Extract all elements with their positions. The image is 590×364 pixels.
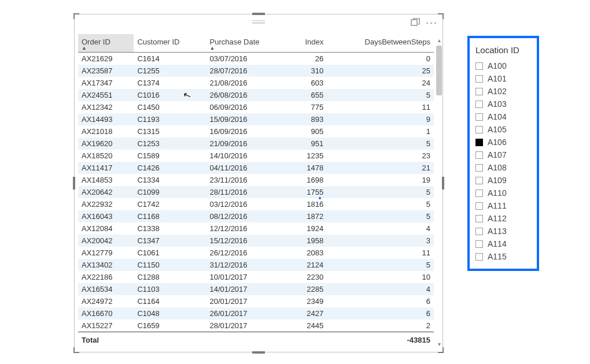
checkbox-icon[interactable] [475, 190, 483, 197]
total-label: Total [78, 332, 134, 348]
checkbox-icon[interactable] [475, 62, 483, 70]
slicer-item[interactable]: A102 [475, 85, 531, 98]
checkbox-icon[interactable] [475, 177, 483, 184]
checkbox-icon[interactable] [475, 253, 483, 261]
cell-date: 16/09/2016 [207, 125, 290, 138]
table-row[interactable]: AX22186C128810/01/2017223010 [78, 271, 434, 283]
checkbox-icon[interactable] [475, 215, 483, 222]
location-slicer[interactable]: Location ID A100A101A102A103A104A105A106… [467, 36, 539, 271]
resize-handle-tl[interactable] [73, 13, 79, 19]
table-row[interactable]: AX14853C133423/11/2016169819 [78, 174, 434, 186]
table-row[interactable]: AX17347C137421/08/201660324 [78, 77, 434, 89]
cell-days: 3 [327, 235, 434, 247]
table-row[interactable]: AX20642C109928/11/201617555 [78, 186, 434, 198]
table-row[interactable]: AX12342C145006/09/201677511 [78, 101, 434, 113]
slicer-item[interactable]: A110 [475, 187, 531, 199]
table-row[interactable]: AX19620C125321/09/20169515 [78, 138, 434, 150]
table-row[interactable]: AX16534C110314/01/201722854 [78, 283, 434, 295]
slicer-item[interactable]: A106 [475, 136, 531, 148]
checkbox-icon[interactable] [475, 228, 483, 235]
cell-cust: C1164 [134, 295, 206, 307]
table-row[interactable]: AX21018C131516/09/20169051 [78, 125, 434, 138]
cell-date: 06/09/2016 [207, 101, 290, 113]
cell-cust: C1426 [134, 162, 206, 174]
col-customer-id[interactable]: Customer ID [134, 34, 206, 53]
slicer-item[interactable]: A100 [475, 60, 531, 72]
table-row[interactable]: AX22932C174203/12/201618165 [78, 198, 434, 210]
checkbox-icon[interactable] [475, 113, 483, 121]
slicer-item[interactable]: A104 [475, 110, 531, 123]
table-row[interactable]: AX15227C165928/01/201724452 [78, 320, 434, 332]
table-row[interactable]: AX16670C104826/01/201724276 [78, 307, 434, 320]
checkbox-icon[interactable] [475, 240, 483, 248]
slicer-item[interactable]: A112 [475, 212, 531, 225]
slicer-item[interactable]: A114 [475, 237, 531, 250]
cell-idx: 1235 [290, 150, 327, 162]
slicer-item[interactable]: A111 [475, 199, 531, 212]
col-index[interactable]: Index [290, 34, 327, 53]
col-order-id[interactable]: Order ID ▲ [78, 34, 134, 53]
checkbox-icon[interactable] [475, 151, 483, 159]
cell-order: AX23587 [78, 65, 134, 77]
header-label: Purchase Date [210, 38, 260, 46]
table-row[interactable]: AX12084C133812/12/201619244 [78, 222, 434, 235]
slicer-item[interactable]: A105 [475, 123, 531, 136]
scroll-up-icon[interactable]: ▴ [435, 36, 443, 44]
cell-date: 31/12/2016 [207, 259, 290, 271]
cell-idx: 905 [290, 125, 327, 138]
cell-days: 25 [327, 65, 434, 77]
col-days-between[interactable]: DaysBetweenSteps [327, 34, 434, 53]
slicer-item[interactable]: A115 [475, 250, 531, 263]
table-row[interactable]: AX16043C116808/12/201618725 [78, 210, 434, 222]
checkbox-icon[interactable] [475, 202, 483, 210]
table-row[interactable]: AX20042C134715/12/201619583 [78, 235, 434, 247]
checkbox-icon[interactable] [475, 139, 483, 146]
col-purchase-date[interactable]: Purchase Date ▲ [207, 34, 290, 53]
slicer-item[interactable]: A108 [475, 161, 531, 174]
table-row[interactable]: AX21629C161403/07/2016260 [78, 53, 434, 65]
more-options-icon[interactable]: ··· [426, 19, 438, 26]
focus-mode-icon[interactable] [411, 18, 420, 27]
cell-idx: 1816 [290, 198, 327, 210]
table-row[interactable]: AX13402C115031/12/201621245 [78, 259, 434, 271]
cell-date: 28/01/2017 [207, 320, 290, 332]
slicer-item[interactable]: A109 [475, 174, 531, 187]
scroll-thumb[interactable] [436, 46, 442, 95]
slicer-item-label: A115 [488, 252, 507, 261]
table-row[interactable]: AX24551C101626/08/20166555 [78, 89, 434, 101]
table-row[interactable]: AX11417C142604/11/2016147821 [78, 162, 434, 174]
scrollbar[interactable]: ▴ ▾ [435, 36, 443, 348]
checkbox-icon[interactable] [475, 88, 483, 95]
slicer-item[interactable]: A101 [475, 72, 531, 85]
cell-order: AX19620 [78, 138, 134, 150]
slicer-item[interactable]: A103 [475, 98, 531, 110]
table-visual[interactable]: ··· Order ID ▲ Customer ID Purchase Date… [74, 14, 443, 352]
checkbox-icon[interactable] [475, 126, 483, 133]
slicer-item[interactable]: A107 [475, 148, 531, 161]
checkbox-icon[interactable] [475, 75, 483, 83]
resize-handle-tr[interactable] [438, 13, 444, 19]
cell-days: 4 [327, 283, 434, 295]
resize-handle-left[interactable] [73, 177, 75, 190]
slicer-item-label: A108 [488, 163, 507, 172]
checkbox-icon[interactable] [475, 101, 483, 108]
scroll-down-icon[interactable]: ▾ [435, 340, 443, 348]
cell-idx: 310 [290, 65, 327, 77]
table-row[interactable]: AX12779C106126/12/2016208311 [78, 247, 434, 259]
table-row[interactable]: AX18520C158914/10/2016123523 [78, 150, 434, 162]
cell-order: AX12084 [78, 222, 134, 235]
cell-date: 20/01/2017 [207, 295, 290, 307]
table-row[interactable]: AX23587C125528/07/201631025 [78, 65, 434, 77]
table-row[interactable]: AX14493C119315/09/20168939 [78, 113, 434, 125]
resize-handle-top[interactable] [252, 13, 265, 15]
cell-idx: 2427 [290, 307, 327, 320]
checkbox-icon[interactable] [475, 164, 483, 172]
resize-handle-bottom[interactable] [252, 351, 265, 354]
cell-order: AX15227 [78, 320, 134, 332]
slicer-item-label: A101 [488, 74, 507, 83]
drag-grip-icon[interactable] [252, 20, 265, 24]
slicer-item[interactable]: A113 [475, 225, 531, 237]
cell-idx: 2349 [290, 295, 327, 307]
cell-date: 14/10/2016 [207, 150, 290, 162]
table-row[interactable]: AX24972C116420/01/201723496 [78, 295, 434, 307]
